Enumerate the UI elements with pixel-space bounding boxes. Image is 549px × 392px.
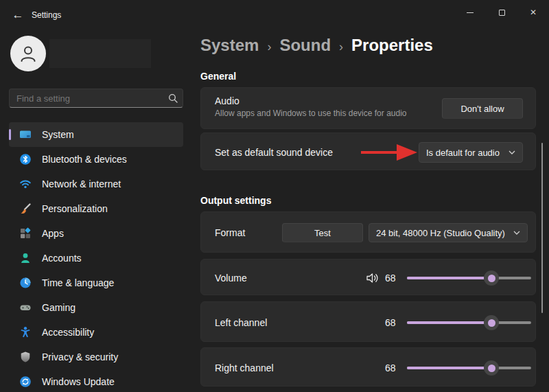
avatar[interactable]: [10, 36, 46, 71]
left-channel-slider[interactable]: [407, 315, 531, 330]
clock-icon: [9, 277, 42, 289]
titlebar: ← Settings ✕: [0, 0, 549, 30]
sidebar-item-label: Personalization: [42, 203, 108, 214]
gamepad-icon: [9, 301, 42, 314]
sidebar-nav: System Bluetooth & devices: [9, 122, 183, 392]
system-icon: [9, 128, 42, 141]
right-channel-label: Right channel: [215, 362, 274, 373]
left-channel-label: Left channel: [215, 317, 267, 328]
sidebar-item-label: System: [42, 129, 74, 140]
right-channel-value: 68: [385, 362, 400, 373]
sidebar-item-label: Apps: [42, 228, 64, 239]
sidebar-item-privacy-security[interactable]: Privacy & security: [9, 345, 183, 369]
volume-slider-fill: [407, 277, 491, 279]
breadcrumb-system[interactable]: System: [200, 36, 259, 55]
chevron-down-icon: [513, 231, 520, 235]
main-content: System › Sound › Properties General Audi…: [200, 30, 549, 392]
default-device-dropdown[interactable]: Is default for audio: [419, 142, 523, 163]
default-device-label: Set as default sound device: [215, 147, 333, 158]
maximize-button[interactable]: [486, 0, 517, 25]
default-device-dropdown-value: Is default for audio: [426, 148, 500, 158]
breadcrumb-separator: ›: [339, 40, 343, 54]
maximize-icon: [499, 10, 505, 16]
back-arrow-icon: ←: [12, 8, 24, 22]
sidebar-item-windows-update[interactable]: Windows Update: [9, 369, 183, 392]
sidebar-item-network-internet[interactable]: Network & internet: [9, 172, 183, 196]
right-channel-slider-thumb[interactable]: [484, 360, 499, 376]
search-icon[interactable]: [163, 93, 183, 103]
volume-label: Volume: [215, 273, 247, 284]
breadcrumb: System › Sound › Properties: [200, 36, 433, 55]
test-button[interactable]: Test: [282, 223, 363, 242]
default-device-card: Set as default sound device Is default f…: [200, 132, 536, 170]
breadcrumb-separator: ›: [267, 40, 271, 54]
right-channel-slider[interactable]: [407, 360, 531, 376]
update-arrows-icon: [9, 376, 42, 388]
output-settings-heading: Output settings: [200, 195, 271, 206]
accessibility-person-icon: [9, 326, 42, 338]
sidebar-item-time-language[interactable]: Time & language: [9, 270, 183, 295]
person-icon: [18, 43, 38, 64]
breadcrumb-sound[interactable]: Sound: [279, 36, 331, 55]
sidebar-item-label: Accounts: [42, 253, 82, 264]
sidebar-item-accessibility[interactable]: Accessibility: [9, 320, 183, 345]
volume-value: 68: [385, 273, 400, 284]
left-channel-card: Left channel 68: [200, 301, 536, 342]
sidebar-item-bluetooth-devices[interactable]: Bluetooth & devices: [9, 147, 183, 172]
dont-allow-button[interactable]: Don't allow: [442, 98, 523, 119]
chevron-down-icon: [509, 150, 515, 154]
sidebar-item-accounts[interactable]: Accounts: [9, 246, 183, 270]
close-icon: ✕: [530, 8, 537, 16]
left-channel-value: 68: [385, 317, 400, 328]
sidebar-item-system[interactable]: System: [9, 122, 183, 147]
right-channel-card: Right channel 68: [200, 347, 536, 387]
audio-card-title: Audio: [215, 95, 407, 106]
bluetooth-icon: [9, 153, 42, 165]
close-button[interactable]: ✕: [517, 0, 549, 25]
breadcrumb-properties: Properties: [351, 36, 433, 55]
sidebar-item-gaming[interactable]: Gaming: [9, 295, 183, 320]
sidebar-item-label: Gaming: [42, 302, 75, 313]
format-dropdown[interactable]: 24 bit, 48000 Hz (Studio Quality): [369, 223, 528, 242]
volume-slider-thumb[interactable]: [484, 270, 499, 286]
user-name-redacted: [49, 39, 151, 68]
sidebar-item-label: Accessibility: [42, 327, 94, 338]
left-channel-slider-thumb[interactable]: [484, 315, 499, 330]
sidebar-item-label: Network & internet: [42, 178, 121, 189]
audio-card-description: Allow apps and Windows to use this devic…: [215, 108, 407, 118]
network-wifi-icon: [9, 178, 42, 190]
sidebar-item-label: Privacy & security: [42, 351, 118, 362]
accounts-icon: [9, 252, 42, 264]
sidebar: System Bluetooth & devices: [0, 30, 192, 392]
volume-card: Volume 68: [200, 259, 536, 295]
format-card: Format Test 24 bit, 48000 Hz (Studio Qua…: [200, 211, 536, 253]
format-label: Format: [215, 227, 245, 238]
search-input[interactable]: [10, 93, 163, 104]
apps-icon: [9, 227, 42, 240]
volume-slider[interactable]: [407, 270, 531, 286]
sidebar-item-label: Windows Update: [42, 376, 115, 387]
search-box[interactable]: [9, 89, 183, 108]
right-channel-slider-fill: [407, 367, 491, 369]
scrollbar[interactable]: [541, 143, 543, 313]
app-title: Settings: [32, 10, 61, 20]
paintbrush-icon: [9, 203, 42, 215]
general-heading: General: [200, 71, 236, 82]
speaker-icon: [366, 272, 379, 284]
back-button[interactable]: ←: [8, 5, 27, 25]
audio-card: Audio Allow apps and Windows to use this…: [200, 87, 536, 129]
sidebar-item-apps[interactable]: Apps: [9, 221, 183, 246]
sidebar-item-personalization[interactable]: Personalization: [9, 196, 183, 221]
left-channel-slider-fill: [407, 321, 491, 324]
minimize-button[interactable]: [454, 0, 486, 25]
format-dropdown-value: 24 bit, 48000 Hz (Studio Quality): [376, 228, 505, 238]
minimize-icon: [467, 12, 474, 13]
settings-window: ← Settings ✕: [0, 0, 549, 392]
sidebar-item-label: Time & language: [42, 277, 114, 288]
shield-icon: [9, 351, 42, 363]
sidebar-item-label: Bluetooth & devices: [42, 154, 127, 165]
